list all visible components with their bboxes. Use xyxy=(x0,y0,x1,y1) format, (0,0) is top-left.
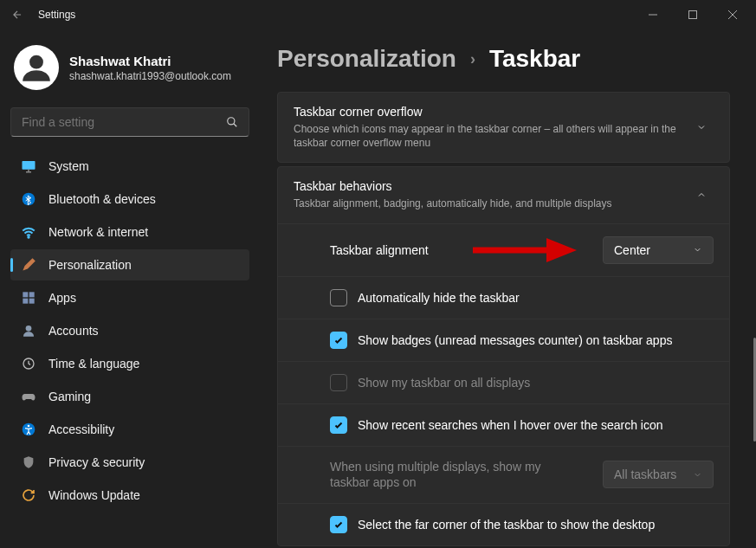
wifi-icon xyxy=(21,224,36,240)
apps-icon xyxy=(21,290,36,306)
nav-label: Accessibility xyxy=(48,422,114,436)
row-multishow: Show my taskbar on all displays xyxy=(278,361,729,403)
farcorner-checkbox[interactable] xyxy=(330,516,347,533)
badges-label: Show badges (unread messages counter) on… xyxy=(358,333,714,347)
badges-checkbox[interactable] xyxy=(330,332,347,349)
minimize-button[interactable] xyxy=(633,3,673,27)
nav-label: Accounts xyxy=(48,324,99,338)
recent-checkbox[interactable] xyxy=(330,416,347,434)
breadcrumb: Personalization › Taskbar xyxy=(277,45,730,73)
search-icon xyxy=(226,116,238,128)
section-overflow[interactable]: Taskbar corner overflow Choose which ico… xyxy=(277,92,730,163)
sidebar-item-personalization[interactable]: Personalization xyxy=(10,249,249,280)
multiapps-label: When using multiple displays, show my ta… xyxy=(330,459,546,492)
titlebar: Settings xyxy=(0,0,756,29)
search-field[interactable] xyxy=(22,115,226,129)
chevron-down-icon xyxy=(693,470,702,480)
row-farcorner[interactable]: Select the far corner of the taskbar to … xyxy=(278,503,729,545)
breadcrumb-current: Taskbar xyxy=(489,45,580,73)
chevron-down-icon[interactable] xyxy=(689,122,714,132)
sidebar-item-accounts[interactable]: Accounts xyxy=(10,315,249,346)
section-behaviors-header[interactable]: Taskbar behaviors Taskbar alignment, bad… xyxy=(278,167,729,222)
section-title: Taskbar behaviors xyxy=(294,179,677,193)
nav-label: Windows Update xyxy=(48,488,140,502)
row-autohide[interactable]: Automatically hide the taskbar xyxy=(278,276,729,319)
section-behaviors: Taskbar behaviors Taskbar alignment, bad… xyxy=(277,166,730,546)
breadcrumb-parent[interactable]: Personalization xyxy=(277,45,456,73)
row-badges[interactable]: Show badges (unread messages counter) on… xyxy=(278,319,729,361)
profile-name: Shashwat Khatri xyxy=(69,54,231,68)
sidebar-item-apps[interactable]: Apps xyxy=(10,282,249,313)
svg-rect-7 xyxy=(29,292,35,297)
chevron-up-icon[interactable] xyxy=(689,190,714,200)
shield-icon xyxy=(21,455,36,470)
alignment-label: Taskbar alignment xyxy=(330,243,603,257)
multishow-checkbox xyxy=(330,374,347,391)
svg-point-13 xyxy=(28,425,30,428)
window-title: Settings xyxy=(31,9,75,21)
svg-rect-6 xyxy=(23,292,28,297)
bluetooth-icon xyxy=(21,191,36,207)
back-button[interactable] xyxy=(3,9,31,21)
person-icon xyxy=(21,323,36,338)
window-controls xyxy=(633,3,753,27)
sidebar: Shashwat Khatri shashwat.khatri1993@outl… xyxy=(0,29,260,548)
svg-point-10 xyxy=(26,326,32,332)
farcorner-label: Select the far corner of the taskbar to … xyxy=(358,518,714,532)
avatar xyxy=(14,45,59,90)
sidebar-item-system[interactable]: System xyxy=(10,151,249,182)
sidebar-item-update[interactable]: Windows Update xyxy=(10,480,249,511)
multishow-label: Show my taskbar on all displays xyxy=(358,376,714,390)
nav-label: Apps xyxy=(48,291,76,305)
gamepad-icon xyxy=(21,389,36,404)
main-content: Personalization › Taskbar Taskbar corner… xyxy=(260,29,756,548)
profile-email: shashwat.khatri1993@outlook.com xyxy=(69,70,231,82)
multiapps-value: All taskbars xyxy=(614,467,686,481)
autohide-label: Automatically hide the taskbar xyxy=(358,291,714,305)
sidebar-item-bluetooth[interactable]: Bluetooth & devices xyxy=(10,184,249,215)
close-button[interactable] xyxy=(713,3,753,27)
sidebar-item-privacy[interactable]: Privacy & security xyxy=(10,447,249,478)
search-input[interactable] xyxy=(10,107,249,137)
section-subtitle: Choose which icons may appear in the tas… xyxy=(294,122,677,150)
row-multiapps: When using multiple displays, show my ta… xyxy=(278,446,729,504)
accessibility-icon xyxy=(21,422,36,437)
svg-rect-9 xyxy=(29,299,35,304)
recent-label: Show recent searches when I hover over t… xyxy=(358,418,714,432)
nav-label: Network & internet xyxy=(48,225,148,239)
profile[interactable]: Shashwat Khatri shashwat.khatri1993@outl… xyxy=(10,38,249,104)
svg-point-5 xyxy=(28,236,29,238)
maximize-button[interactable] xyxy=(673,3,713,27)
svg-rect-8 xyxy=(23,299,28,304)
sidebar-item-network[interactable]: Network & internet xyxy=(10,216,249,248)
chevron-down-icon xyxy=(693,245,702,255)
chevron-right-icon: › xyxy=(470,50,475,68)
nav: System Bluetooth & devices Network & int… xyxy=(10,151,249,511)
nav-label: Personalization xyxy=(48,258,132,272)
svg-rect-0 xyxy=(689,11,697,19)
sidebar-item-accessibility[interactable]: Accessibility xyxy=(10,414,249,445)
row-alignment: Taskbar alignment Center xyxy=(278,223,729,276)
update-icon xyxy=(21,487,36,503)
sidebar-item-gaming[interactable]: Gaming xyxy=(10,381,249,412)
nav-label: Privacy & security xyxy=(48,455,145,469)
autohide-checkbox[interactable] xyxy=(330,289,347,306)
alignment-value: Center xyxy=(614,243,686,257)
svg-point-2 xyxy=(228,118,235,125)
row-recent[interactable]: Show recent searches when I hover over t… xyxy=(278,403,729,446)
svg-rect-3 xyxy=(23,161,36,170)
monitor-icon xyxy=(21,158,36,174)
multiapps-dropdown: All taskbars xyxy=(603,461,714,488)
sidebar-item-time[interactable]: Time & language xyxy=(10,348,249,379)
nav-label: Bluetooth & devices xyxy=(48,192,156,206)
section-title: Taskbar corner overflow xyxy=(294,105,677,119)
alignment-dropdown[interactable]: Center xyxy=(603,236,714,264)
svg-point-1 xyxy=(29,55,43,69)
nav-label: System xyxy=(48,159,89,173)
section-subtitle: Taskbar alignment, badging, automaticall… xyxy=(294,197,677,210)
nav-label: Time & language xyxy=(48,357,139,371)
brush-icon xyxy=(21,257,36,273)
nav-label: Gaming xyxy=(48,390,91,403)
clock-icon xyxy=(21,356,36,371)
